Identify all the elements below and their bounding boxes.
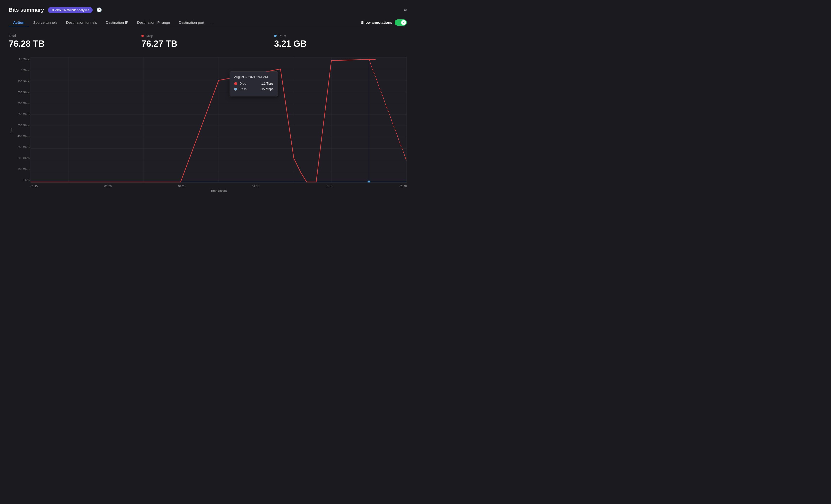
- pass-label: Pass: [274, 34, 402, 38]
- x-tick-0125: 01:25: [178, 185, 185, 188]
- pass-dot: [274, 35, 277, 37]
- show-annotations-control: Show annotations ✓: [361, 20, 407, 26]
- tooltip-pass-value: 15 Mbps: [261, 87, 274, 91]
- chart-inner[interactable]: 0 bps 100 Gbps 200 Gbps 300 Gbps 400 Gbp…: [31, 57, 407, 183]
- x-tick-0140: 01:40: [400, 185, 407, 188]
- x-tick-0120: 01:20: [104, 185, 112, 188]
- about-network-analytics-button[interactable]: ⊞ About Network Analytics: [48, 7, 93, 13]
- clock-icon[interactable]: 🕐: [96, 7, 102, 12]
- y-tick-10: 1 Tbps: [11, 69, 30, 72]
- tab-source-tunnels[interactable]: Source tunnels: [29, 18, 62, 27]
- y-tick-8: 800 Gbps: [11, 91, 30, 94]
- tooltip-drop-row: Drop 1.1 Tbps: [234, 82, 274, 85]
- y-tick-2: 200 Gbps: [11, 156, 30, 159]
- show-annotations-toggle[interactable]: ✓: [395, 20, 407, 26]
- y-ticks: 0 bps 100 Gbps 200 Gbps 300 Gbps 400 Gbp…: [11, 57, 30, 182]
- tooltip-pass-dot: [234, 88, 237, 91]
- x-tick-0135: 01:35: [326, 185, 333, 188]
- stat-total: Total 76.28 TB: [9, 34, 141, 49]
- total-label: Total: [9, 34, 137, 38]
- stat-pass: Pass 3.21 GB: [274, 34, 407, 49]
- y-tick-4: 400 Gbps: [11, 135, 30, 138]
- checkmark-icon: ✓: [402, 21, 405, 24]
- x-ticks: 01:15 01:20 01:25 01:30 01:35 01:40: [31, 183, 407, 188]
- tab-action[interactable]: Action: [9, 18, 29, 27]
- tooltip-drop-value: 1.1 Tbps: [261, 82, 274, 85]
- y-tick-11: 1.1 Tbps: [11, 58, 30, 61]
- stats-row: Total 76.28 TB Drop 76.27 TB Pass 3.21 G…: [9, 34, 407, 49]
- tab-destination-ip[interactable]: Destination IP: [101, 18, 133, 27]
- tabs-row: Action Source tunnels Destination tunnel…: [9, 18, 407, 27]
- tooltip-date: August 6, 2024 1:41 AM: [234, 75, 274, 79]
- show-annotations-label: Show annotations: [361, 20, 392, 25]
- drop-dot: [141, 35, 144, 37]
- pass-value: 3.21 GB: [274, 39, 402, 49]
- header-row: Bits summary ⊞ About Network Analytics 🕐…: [9, 7, 407, 13]
- tooltip-drop-label: Drop: [239, 82, 259, 85]
- y-tick-9: 900 Gbps: [11, 80, 30, 83]
- tab-destination-port[interactable]: Destination port: [174, 18, 208, 27]
- tab-destination-tunnels[interactable]: Destination tunnels: [62, 18, 102, 27]
- total-value: 76.28 TB: [9, 39, 137, 49]
- page-title: Bits summary: [9, 7, 44, 13]
- svg-point-18: [368, 180, 370, 182]
- x-axis-label: Time (local): [31, 189, 407, 192]
- chart-area: Bits 0 bps 100 Gbps 200 Gbps 300 Gbps 40…: [9, 57, 407, 205]
- x-tick-0115: 01:15: [31, 185, 38, 188]
- tab-more-button[interactable]: ...: [208, 18, 216, 27]
- tooltip-drop-dot: [234, 82, 237, 85]
- drop-value: 76.27 TB: [141, 39, 269, 49]
- copy-icon[interactable]: ⧉: [404, 8, 407, 12]
- grid-icon: ⊞: [51, 8, 54, 11]
- tooltip-pass-row: Pass 15 Mbps: [234, 87, 274, 91]
- y-tick-5: 500 Gbps: [11, 124, 30, 127]
- tab-destination-ip-range[interactable]: Destination IP range: [133, 18, 175, 27]
- chart-svg: [31, 57, 406, 182]
- toggle-knob: ✓: [401, 20, 406, 25]
- chart-tooltip: August 6, 2024 1:41 AM Drop 1.1 Tbps Pas…: [230, 71, 278, 96]
- y-tick-7: 700 Gbps: [11, 102, 30, 105]
- about-btn-label: About Network Analytics: [55, 8, 89, 12]
- y-tick-6: 600 Gbps: [11, 113, 30, 116]
- y-tick-1: 100 Gbps: [11, 168, 30, 171]
- x-tick-0130: 01:30: [252, 185, 259, 188]
- y-tick-3: 300 Gbps: [11, 146, 30, 149]
- y-tick-0: 0 bps: [11, 179, 30, 181]
- drop-label: Drop: [141, 34, 269, 38]
- tooltip-pass-label: Pass: [239, 87, 259, 91]
- stat-drop: Drop 76.27 TB: [141, 34, 274, 49]
